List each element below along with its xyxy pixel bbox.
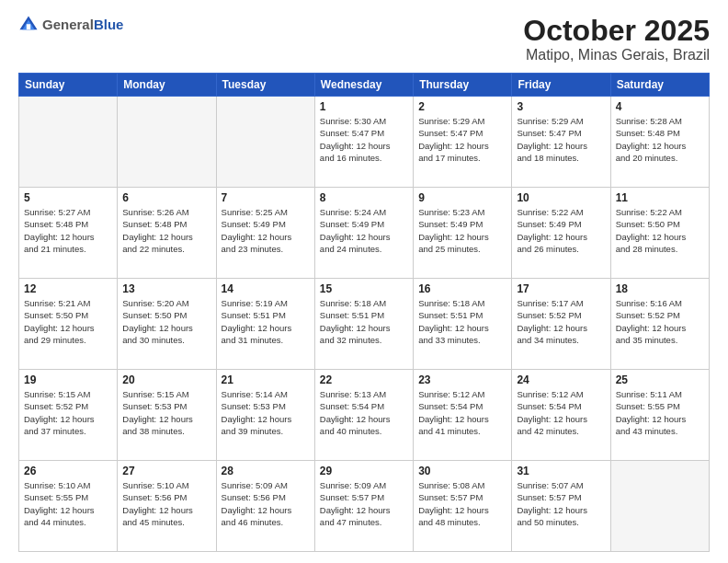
day-info: Sunrise: 5:09 AMSunset: 5:57 PMDaylight:… bbox=[320, 479, 408, 528]
calendar-week-row: 1Sunrise: 5:30 AMSunset: 5:47 PMDaylight… bbox=[19, 97, 710, 188]
calendar-table: Sunday Monday Tuesday Wednesday Thursday… bbox=[18, 73, 710, 552]
header-tuesday: Tuesday bbox=[216, 74, 314, 97]
logo-icon bbox=[18, 15, 39, 35]
day-info: Sunrise: 5:12 AMSunset: 5:54 PMDaylight:… bbox=[517, 388, 605, 437]
day-info: Sunrise: 5:23 AMSunset: 5:49 PMDaylight:… bbox=[418, 206, 506, 255]
table-row: 26Sunrise: 5:10 AMSunset: 5:55 PMDayligh… bbox=[19, 461, 118, 552]
table-row: 6Sunrise: 5:26 AMSunset: 5:48 PMDaylight… bbox=[118, 188, 216, 279]
table-row: 18Sunrise: 5:16 AMSunset: 5:52 PMDayligh… bbox=[610, 279, 709, 370]
calendar-week-row: 12Sunrise: 5:21 AMSunset: 5:50 PMDayligh… bbox=[19, 279, 710, 370]
day-number: 31 bbox=[517, 465, 605, 477]
day-info: Sunrise: 5:10 AMSunset: 5:56 PMDaylight:… bbox=[122, 479, 210, 528]
day-number: 27 bbox=[122, 465, 210, 477]
table-row: 4Sunrise: 5:28 AMSunset: 5:48 PMDaylight… bbox=[610, 97, 709, 188]
calendar-title: October 2025 bbox=[523, 15, 710, 47]
day-number: 8 bbox=[320, 191, 408, 204]
svg-rect-2 bbox=[27, 24, 30, 29]
table-row: 8Sunrise: 5:24 AMSunset: 5:49 PMDaylight… bbox=[314, 188, 413, 279]
calendar-header-row: Sunday Monday Tuesday Wednesday Thursday… bbox=[19, 74, 710, 97]
logo-general: General bbox=[42, 17, 94, 32]
day-info: Sunrise: 5:14 AMSunset: 5:53 PMDaylight:… bbox=[222, 388, 310, 437]
table-row: 21Sunrise: 5:14 AMSunset: 5:53 PMDayligh… bbox=[216, 370, 314, 461]
header-wednesday: Wednesday bbox=[314, 74, 413, 97]
table-row: 1Sunrise: 5:30 AMSunset: 5:47 PMDaylight… bbox=[314, 97, 413, 188]
calendar-week-row: 19Sunrise: 5:15 AMSunset: 5:52 PMDayligh… bbox=[19, 370, 710, 461]
table-row: 24Sunrise: 5:12 AMSunset: 5:54 PMDayligh… bbox=[512, 370, 610, 461]
day-info: Sunrise: 5:20 AMSunset: 5:50 PMDaylight:… bbox=[122, 297, 210, 346]
day-number: 1 bbox=[320, 100, 408, 113]
day-number: 13 bbox=[122, 282, 210, 295]
day-info: Sunrise: 5:22 AMSunset: 5:50 PMDaylight:… bbox=[616, 206, 704, 255]
calendar-week-row: 5Sunrise: 5:27 AMSunset: 5:48 PMDaylight… bbox=[19, 188, 710, 279]
day-info: Sunrise: 5:29 AMSunset: 5:47 PMDaylight:… bbox=[418, 115, 506, 164]
day-info: Sunrise: 5:09 AMSunset: 5:56 PMDaylight:… bbox=[222, 479, 310, 528]
table-row: 23Sunrise: 5:12 AMSunset: 5:54 PMDayligh… bbox=[414, 370, 512, 461]
day-number: 21 bbox=[222, 373, 310, 386]
day-info: Sunrise: 5:28 AMSunset: 5:48 PMDaylight:… bbox=[616, 115, 704, 164]
table-row: 15Sunrise: 5:18 AMSunset: 5:51 PMDayligh… bbox=[314, 279, 413, 370]
day-number: 7 bbox=[222, 191, 310, 204]
day-number: 25 bbox=[616, 373, 704, 386]
day-info: Sunrise: 5:21 AMSunset: 5:50 PMDaylight:… bbox=[24, 297, 112, 346]
table-row: 29Sunrise: 5:09 AMSunset: 5:57 PMDayligh… bbox=[314, 461, 413, 552]
title-block: October 2025 Matipo, Minas Gerais, Brazi… bbox=[523, 15, 710, 63]
day-info: Sunrise: 5:11 AMSunset: 5:55 PMDaylight:… bbox=[616, 388, 704, 437]
table-row: 25Sunrise: 5:11 AMSunset: 5:55 PMDayligh… bbox=[610, 370, 709, 461]
table-row: 11Sunrise: 5:22 AMSunset: 5:50 PMDayligh… bbox=[610, 188, 709, 279]
day-number: 4 bbox=[616, 100, 704, 113]
day-number: 19 bbox=[24, 373, 112, 386]
day-number: 30 bbox=[418, 465, 506, 477]
day-number: 14 bbox=[222, 282, 310, 295]
table-row: 27Sunrise: 5:10 AMSunset: 5:56 PMDayligh… bbox=[118, 461, 216, 552]
header: GeneralBlue October 2025 Matipo, Minas G… bbox=[18, 15, 710, 63]
day-number: 5 bbox=[24, 191, 112, 204]
day-info: Sunrise: 5:25 AMSunset: 5:49 PMDaylight:… bbox=[222, 206, 310, 255]
day-number: 24 bbox=[517, 373, 605, 386]
day-number: 26 bbox=[24, 465, 112, 477]
table-row: 19Sunrise: 5:15 AMSunset: 5:52 PMDayligh… bbox=[19, 370, 118, 461]
header-saturday: Saturday bbox=[610, 74, 709, 97]
day-info: Sunrise: 5:18 AMSunset: 5:51 PMDaylight:… bbox=[418, 297, 506, 346]
table-row: 14Sunrise: 5:19 AMSunset: 5:51 PMDayligh… bbox=[216, 279, 314, 370]
day-number: 6 bbox=[122, 191, 210, 204]
day-number: 2 bbox=[418, 100, 506, 113]
day-info: Sunrise: 5:12 AMSunset: 5:54 PMDaylight:… bbox=[418, 388, 506, 437]
day-info: Sunrise: 5:10 AMSunset: 5:55 PMDaylight:… bbox=[24, 479, 112, 528]
day-info: Sunrise: 5:24 AMSunset: 5:49 PMDaylight:… bbox=[320, 206, 408, 255]
day-info: Sunrise: 5:07 AMSunset: 5:57 PMDaylight:… bbox=[517, 479, 605, 528]
table-row bbox=[216, 97, 314, 188]
day-number: 20 bbox=[122, 373, 210, 386]
day-info: Sunrise: 5:13 AMSunset: 5:54 PMDaylight:… bbox=[320, 388, 408, 437]
day-info: Sunrise: 5:19 AMSunset: 5:51 PMDaylight:… bbox=[222, 297, 310, 346]
table-row: 22Sunrise: 5:13 AMSunset: 5:54 PMDayligh… bbox=[314, 370, 413, 461]
table-row: 2Sunrise: 5:29 AMSunset: 5:47 PMDaylight… bbox=[414, 97, 512, 188]
table-row: 7Sunrise: 5:25 AMSunset: 5:49 PMDaylight… bbox=[216, 188, 314, 279]
table-row: 5Sunrise: 5:27 AMSunset: 5:48 PMDaylight… bbox=[19, 188, 118, 279]
page: GeneralBlue October 2025 Matipo, Minas G… bbox=[0, 0, 728, 563]
day-number: 12 bbox=[24, 282, 112, 295]
table-row: 12Sunrise: 5:21 AMSunset: 5:50 PMDayligh… bbox=[19, 279, 118, 370]
day-info: Sunrise: 5:15 AMSunset: 5:53 PMDaylight:… bbox=[122, 388, 210, 437]
header-friday: Friday bbox=[512, 74, 610, 97]
header-thursday: Thursday bbox=[414, 74, 512, 97]
day-number: 11 bbox=[616, 191, 704, 204]
day-info: Sunrise: 5:30 AMSunset: 5:47 PMDaylight:… bbox=[320, 115, 408, 164]
table-row: 31Sunrise: 5:07 AMSunset: 5:57 PMDayligh… bbox=[512, 461, 610, 552]
day-number: 9 bbox=[418, 191, 506, 204]
day-info: Sunrise: 5:18 AMSunset: 5:51 PMDaylight:… bbox=[320, 297, 408, 346]
table-row bbox=[19, 97, 118, 188]
day-number: 23 bbox=[418, 373, 506, 386]
day-number: 15 bbox=[320, 282, 408, 295]
table-row: 20Sunrise: 5:15 AMSunset: 5:53 PMDayligh… bbox=[118, 370, 216, 461]
table-row: 10Sunrise: 5:22 AMSunset: 5:49 PMDayligh… bbox=[512, 188, 610, 279]
day-number: 22 bbox=[320, 373, 408, 386]
day-info: Sunrise: 5:27 AMSunset: 5:48 PMDaylight:… bbox=[24, 206, 112, 255]
table-row bbox=[118, 97, 216, 188]
table-row: 16Sunrise: 5:18 AMSunset: 5:51 PMDayligh… bbox=[414, 279, 512, 370]
calendar-week-row: 26Sunrise: 5:10 AMSunset: 5:55 PMDayligh… bbox=[19, 461, 710, 552]
day-number: 3 bbox=[517, 100, 605, 113]
table-row: 28Sunrise: 5:09 AMSunset: 5:56 PMDayligh… bbox=[216, 461, 314, 552]
logo-blue: Blue bbox=[94, 17, 124, 32]
day-info: Sunrise: 5:08 AMSunset: 5:57 PMDaylight:… bbox=[418, 479, 506, 528]
day-number: 18 bbox=[616, 282, 704, 295]
